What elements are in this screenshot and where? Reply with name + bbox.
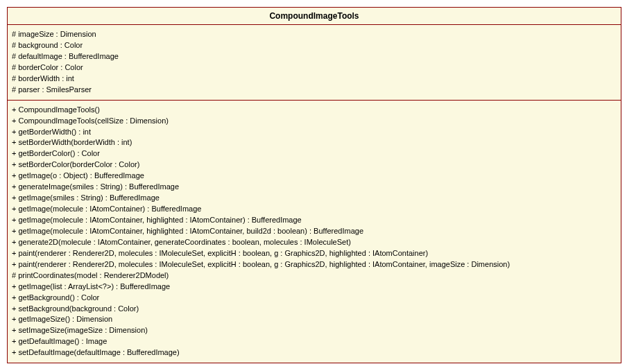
uml-attribute: # imageSize : Dimension bbox=[12, 29, 617, 40]
uml-method: + getDefaultImage() : Image bbox=[12, 336, 617, 347]
uml-method: + getImageSize() : Dimension bbox=[12, 314, 617, 325]
uml-method: + getImage(smiles : String) : BufferedIm… bbox=[12, 193, 617, 204]
uml-method: + setBorderColor(borderColor : Color) bbox=[12, 159, 617, 171]
uml-method: + getImage(list : ArrayList<?>) : Buffer… bbox=[12, 281, 617, 293]
uml-method: + CompoundImageTools(cellSize : Dimensio… bbox=[12, 116, 617, 127]
uml-method: + generate2D(molecule : IAtomContainer, … bbox=[12, 237, 617, 248]
uml-attributes-section: # imageSize : Dimension# background : Co… bbox=[8, 25, 621, 101]
uml-attribute: # borderColor : Color bbox=[12, 62, 617, 73]
uml-method: + getImage(molecule : IAtomContainer) : … bbox=[12, 204, 617, 215]
uml-methods-section: + CompoundImageTools()+ CompoundImageToo… bbox=[8, 101, 621, 363]
uml-method: + setImageSize(imageSize : Dimension) bbox=[12, 325, 617, 336]
uml-method: + setBorderWidth(borderWidth : int) bbox=[12, 137, 617, 148]
uml-method: + getBorderColor() : Color bbox=[12, 148, 617, 159]
uml-method: + setBackground(background : Color) bbox=[12, 304, 617, 315]
uml-method: + paint(renderer : Renderer2D, molecules… bbox=[12, 259, 617, 270]
uml-class-name: CompoundImageTools bbox=[8, 8, 621, 25]
uml-attribute: # background : Color bbox=[12, 40, 617, 51]
uml-method: + getImage(o : Object) : BufferedImage bbox=[12, 171, 617, 182]
uml-method: # printCoordinates(model : Renderer2DMod… bbox=[12, 270, 617, 281]
uml-method: + setDefaultImage(defaultImage : Buffere… bbox=[12, 347, 617, 358]
uml-class-box: CompoundImageTools # imageSize : Dimensi… bbox=[7, 7, 621, 363]
uml-attribute: # borderWidth : int bbox=[12, 73, 617, 85]
uml-method: + CompoundImageTools() bbox=[12, 105, 617, 116]
uml-method: + getBorderWidth() : int bbox=[12, 127, 617, 138]
uml-method: + getImage(molecule : IAtomContainer, hi… bbox=[12, 215, 617, 226]
uml-method: + paint(renderer : Renderer2D, molecules… bbox=[12, 248, 617, 259]
uml-attribute: # parser : SmilesParser bbox=[12, 85, 617, 96]
uml-method: + generateImage(smiles : String) : Buffe… bbox=[12, 182, 617, 193]
uml-method: + getImage(molecule : IAtomContainer, hi… bbox=[12, 226, 617, 237]
uml-attribute: # defaultImage : BufferedImage bbox=[12, 51, 617, 62]
uml-method: + getBackground() : Color bbox=[12, 293, 617, 304]
